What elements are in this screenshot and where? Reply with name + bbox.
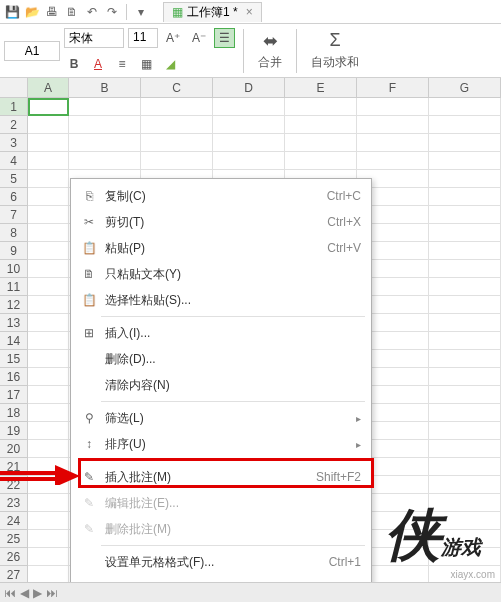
cell[interactable] (28, 548, 69, 566)
cell[interactable] (213, 98, 285, 116)
merge-button[interactable]: ⬌ 合并 (252, 28, 288, 73)
cell[interactable] (69, 134, 141, 152)
cell[interactable] (429, 206, 501, 224)
cell[interactable] (141, 134, 213, 152)
cell[interactable] (28, 350, 69, 368)
cell[interactable] (429, 278, 501, 296)
cell[interactable] (28, 242, 69, 260)
row-header[interactable]: 15 (0, 350, 28, 368)
font-color-button[interactable]: A (88, 54, 108, 74)
increase-font-button[interactable]: A⁺ (162, 28, 184, 48)
cell[interactable] (429, 494, 501, 512)
row-header[interactable]: 16 (0, 368, 28, 386)
menu-item[interactable]: ✂剪切(T)Ctrl+X (71, 209, 371, 235)
row-header[interactable]: 25 (0, 530, 28, 548)
menu-item[interactable]: 设置单元格格式(F)...Ctrl+1 (71, 549, 371, 575)
column-header[interactable]: C (141, 78, 213, 97)
cell[interactable] (429, 314, 501, 332)
menu-item[interactable]: 📋选择性粘贴(S)... (71, 287, 371, 313)
row-header[interactable]: 8 (0, 224, 28, 242)
cell[interactable] (285, 98, 357, 116)
menu-item[interactable]: 删除(D)... (71, 346, 371, 372)
row-header[interactable]: 7 (0, 206, 28, 224)
cell[interactable] (429, 458, 501, 476)
cell[interactable] (28, 278, 69, 296)
cell[interactable] (285, 134, 357, 152)
cell[interactable] (429, 332, 501, 350)
row-header[interactable]: 6 (0, 188, 28, 206)
font-select[interactable]: 宋体 (64, 28, 124, 48)
column-header[interactable]: B (69, 78, 141, 97)
wrap-text-button[interactable]: ☰ (214, 28, 235, 48)
cell[interactable] (429, 386, 501, 404)
cell[interactable] (429, 350, 501, 368)
borders-button[interactable]: ▦ (136, 54, 156, 74)
next-sheet-icon[interactable]: ▶ (33, 586, 42, 600)
cell[interactable] (285, 116, 357, 134)
row-header[interactable]: 12 (0, 296, 28, 314)
cell[interactable] (429, 224, 501, 242)
cell[interactable] (69, 116, 141, 134)
cell[interactable] (28, 422, 69, 440)
row-header[interactable]: 14 (0, 332, 28, 350)
cell[interactable] (429, 170, 501, 188)
row-header[interactable]: 4 (0, 152, 28, 170)
column-header[interactable]: G (429, 78, 501, 97)
menu-item[interactable]: ✎插入批注(M)Shift+F2 (71, 464, 371, 490)
redo-icon[interactable]: ↷ (104, 4, 120, 20)
size-select[interactable]: 11 (128, 28, 158, 48)
cell[interactable] (28, 494, 69, 512)
cell[interactable] (429, 296, 501, 314)
cell[interactable] (28, 98, 69, 116)
row-header[interactable]: 18 (0, 404, 28, 422)
row-header[interactable]: 1 (0, 98, 28, 116)
cell[interactable] (28, 530, 69, 548)
cell[interactable] (429, 134, 501, 152)
save-icon[interactable]: 💾 (4, 4, 20, 20)
dropdown-icon[interactable]: ▾ (133, 4, 149, 20)
cell[interactable] (429, 530, 501, 548)
name-box[interactable]: A1 (4, 41, 60, 61)
cell[interactable] (429, 422, 501, 440)
fill-color-button[interactable]: ◢ (160, 54, 180, 74)
cell[interactable] (28, 404, 69, 422)
column-header[interactable]: A (28, 78, 69, 97)
cell[interactable] (28, 224, 69, 242)
cell[interactable] (429, 476, 501, 494)
column-header[interactable]: D (213, 78, 285, 97)
row-header[interactable]: 13 (0, 314, 28, 332)
workbook-tab[interactable]: ▦ 工作簿1 * × (163, 2, 262, 22)
cell[interactable] (429, 116, 501, 134)
cell[interactable] (28, 314, 69, 332)
menu-item[interactable]: 清除内容(N) (71, 372, 371, 398)
cell[interactable] (28, 440, 69, 458)
row-header[interactable]: 9 (0, 242, 28, 260)
preview-icon[interactable]: 🗎 (64, 4, 80, 20)
decrease-font-button[interactable]: A⁻ (188, 28, 210, 48)
cell[interactable] (69, 98, 141, 116)
cell[interactable] (357, 134, 429, 152)
column-header[interactable]: E (285, 78, 357, 97)
column-header[interactable]: F (357, 78, 429, 97)
row-header[interactable]: 20 (0, 440, 28, 458)
cell[interactable] (28, 296, 69, 314)
cell[interactable] (28, 188, 69, 206)
autosum-button[interactable]: Σ 自动求和 (305, 28, 365, 73)
cell[interactable] (357, 98, 429, 116)
cell[interactable] (69, 152, 141, 170)
bold-button[interactable]: B (64, 54, 84, 74)
row-header[interactable]: 3 (0, 134, 28, 152)
cell[interactable] (141, 98, 213, 116)
print-icon[interactable]: 🖶 (44, 4, 60, 20)
menu-item[interactable]: 🗎只粘贴文本(Y) (71, 261, 371, 287)
cell[interactable] (429, 242, 501, 260)
first-sheet-icon[interactable]: ⏮ (4, 586, 16, 600)
row-header[interactable]: 2 (0, 116, 28, 134)
cell[interactable] (429, 152, 501, 170)
row-header[interactable]: 24 (0, 512, 28, 530)
cell[interactable] (213, 152, 285, 170)
menu-item[interactable]: 📋粘贴(P)Ctrl+V (71, 235, 371, 261)
cell[interactable] (28, 116, 69, 134)
cell[interactable] (28, 134, 69, 152)
open-icon[interactable]: 📂 (24, 4, 40, 20)
